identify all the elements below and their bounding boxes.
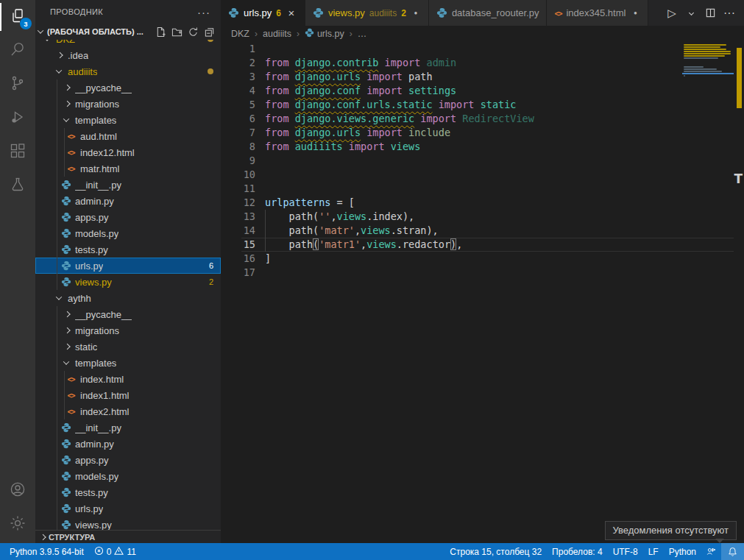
tree-item-index1.html[interactable]: <>index1.html (35, 387, 221, 403)
modified-dot-icon[interactable]: ● (411, 10, 421, 16)
minimap-line (684, 75, 685, 77)
tree-item-views.py[interactable]: views.py (35, 517, 221, 530)
tree-item-tests.py[interactable]: tests.py (35, 484, 221, 500)
activity-item-source-control[interactable] (0, 68, 35, 102)
activity-item-manage[interactable] (0, 508, 35, 542)
python-interpreter-status[interactable]: Python 3.9.5 64-bit (4, 543, 89, 560)
activity-item-extensions[interactable] (0, 135, 35, 169)
tree-item-views.py[interactable]: views.py2 (35, 274, 221, 290)
python-file-icon (60, 519, 71, 530)
encoding-status[interactable]: UTF-8 (608, 543, 643, 560)
html-file-icon: <> (65, 146, 77, 158)
tree-item-__pycache__[interactable]: __pycache__ (35, 79, 221, 96)
code-token: from (265, 71, 295, 82)
tree-item-templates[interactable]: templates (35, 112, 221, 128)
code-token: , (361, 238, 366, 250)
tree-item-label: apps.py (75, 455, 109, 466)
code-line-14: path('matr',views.stran), (265, 224, 439, 238)
tree-item-aud.html[interactable]: <>aud.html (35, 128, 221, 144)
tree-item-apps.py[interactable]: apps.py (35, 209, 221, 225)
tab-urls.py[interactable]: urls.py6× (221, 0, 305, 26)
activity-item-accounts[interactable] (0, 474, 35, 508)
tree-item-static[interactable]: static (35, 339, 221, 355)
tree-item-migrations[interactable]: migrations (35, 96, 221, 112)
code-token: .stran), (391, 224, 439, 236)
tree-item-index12.html[interactable]: <>index12.html (35, 144, 221, 160)
more-actions-icon[interactable]: ··· (720, 4, 738, 22)
tree-item-index2.html[interactable]: <>index2.html (35, 403, 221, 419)
run-dropdown-chevron-icon[interactable] (682, 4, 700, 22)
sidebar-header: ПРОВОДНИК ··· (35, 0, 221, 24)
tree-item-.idea[interactable]: .idea (35, 47, 221, 63)
workspace-section-header[interactable]: (РАБОЧАЯ ОБЛАСТЬ) ... (35, 24, 221, 40)
tree-item-tests.py[interactable]: tests.py (35, 241, 221, 258)
tree-item-label: views.py (75, 277, 112, 288)
split-editor-icon[interactable] (701, 4, 719, 22)
tree-item-models.py[interactable]: models.py (35, 225, 221, 241)
tree-item-audiiits[interactable]: audiiits (35, 63, 221, 79)
html-file-icon: <> (65, 130, 77, 142)
tree-item-label: admin.py (75, 196, 114, 207)
code-token (343, 141, 349, 152)
tree-item-matr.html[interactable]: <>matr.html (35, 160, 221, 177)
cursor-position-status[interactable]: Строка 15, столбец 32 (444, 543, 547, 560)
language-mode-status[interactable]: Python (664, 543, 701, 560)
run-file-icon[interactable]: ▷ (663, 4, 681, 22)
tree-item-aythh[interactable]: aythh (35, 290, 221, 306)
close-icon[interactable]: × (286, 7, 297, 19)
breadcrumb-item[interactable]: audiiits (263, 29, 291, 39)
sidebar-more-icon[interactable]: ··· (197, 6, 210, 18)
code-token: django.conf (295, 85, 361, 96)
modified-dot-icon (208, 68, 213, 74)
code-token: 'matr1' (319, 238, 361, 250)
tree-item-admin.py[interactable]: admin.py (35, 436, 221, 452)
new-file-icon[interactable] (155, 26, 166, 38)
tree-indent-guide (64, 128, 65, 177)
activity-bar: 3 (0, 0, 35, 543)
tree-item-templates[interactable]: templates (35, 355, 221, 371)
tree-item-label: urls.py (75, 503, 103, 514)
tree-item-admin.py[interactable]: admin.py (35, 193, 221, 209)
outline-section-header[interactable]: СТРУКТУРА (35, 530, 221, 543)
tree-item-urls.py[interactable]: urls.py (35, 500, 221, 517)
breadcrumb-item[interactable]: DKZ (231, 29, 249, 39)
tree-item-__init__.py[interactable]: __init__.py (35, 177, 221, 193)
html-file-icon: <> (65, 373, 77, 385)
breadcrumb-item[interactable]: … (358, 29, 367, 39)
file-tree-viewport: DKZ.ideaaudiiits__pycache__migrationstem… (35, 40, 221, 530)
tab-index345.html[interactable]: <>index345.html● (547, 0, 648, 26)
tab-views.py[interactable]: views.pyaudiiits2● (305, 0, 429, 26)
tab-label: database_roouter.py (452, 7, 539, 18)
tree-item-index.html[interactable]: <>index.html (35, 371, 221, 387)
tree-item-__init__.py[interactable]: __init__.py (35, 419, 221, 436)
modified-dot-icon[interactable]: ● (630, 10, 640, 16)
refresh-icon[interactable] (187, 26, 199, 38)
activity-item-testing[interactable] (0, 169, 35, 203)
activity-item-run-and-debug[interactable] (0, 102, 35, 135)
chevron-down-icon (53, 65, 64, 77)
eol-status[interactable]: LF (643, 543, 664, 560)
overview-ruler[interactable] (734, 42, 744, 543)
notifications-bell-icon[interactable] (721, 543, 744, 560)
code-token: views (337, 210, 367, 222)
collapse-all-icon[interactable] (203, 26, 215, 38)
tab-database_roouter.py[interactable]: database_roouter.py (429, 0, 548, 26)
indentation-status[interactable]: Пробелов: 4 (547, 543, 608, 560)
chevron-down-icon (38, 27, 43, 33)
code-token (475, 99, 481, 110)
breadcrumb-item[interactable]: urls.py (305, 28, 344, 40)
tree-item-models.py[interactable]: models.py (35, 468, 221, 484)
activity-item-search[interactable] (0, 34, 35, 68)
tree-item-__pycache__[interactable]: __pycache__ (35, 306, 221, 322)
new-folder-icon[interactable] (171, 26, 183, 38)
code-line-2: from django.contrib import admin (265, 56, 456, 70)
tree-item-migrations[interactable]: migrations (35, 322, 221, 339)
activity-item-explorer[interactable]: 3 (0, 0, 35, 34)
problems-status[interactable]: 0 11 (89, 543, 141, 560)
tree-item-urls.py[interactable]: urls.py6 (35, 258, 221, 274)
tree-item-apps.py[interactable]: apps.py (35, 452, 221, 468)
tree-item-DKZ[interactable]: DKZ (35, 40, 221, 47)
notifications-tooltip: Уведомления отсутствуют (605, 521, 737, 540)
code-line-15: path('matr1',views.redactor), (265, 238, 462, 252)
code-editor[interactable]: 1234567891011121314151617 from django.co… (221, 42, 744, 543)
